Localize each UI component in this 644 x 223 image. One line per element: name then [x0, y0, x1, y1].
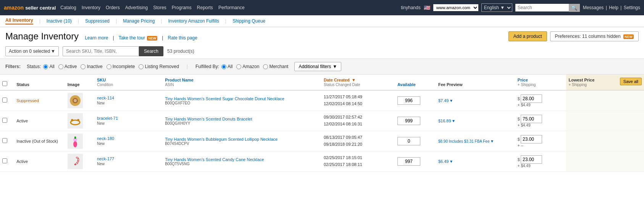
tab-inactive[interactable]: Inactive (10) [47, 18, 72, 24]
fulfilled-amazon-option[interactable]: Amazon [236, 64, 259, 69]
filters-label: Filters: [5, 64, 21, 69]
logo-amazon: amazon [4, 5, 24, 11]
top-search-input[interactable] [515, 4, 569, 11]
fee-arrow-icon: ▾ [450, 98, 452, 103]
status-active: Active [16, 119, 28, 123]
svg-point-6 [73, 141, 77, 147]
table-row: Active neck-177 New Tiny Hands Women's S… [0, 151, 644, 172]
product-name-link[interactable]: Tiny Hands Women's Scented Candy Cane Ne… [165, 157, 319, 162]
learn-more-link[interactable]: Learn more [85, 35, 108, 41]
row-checkbox[interactable] [2, 138, 7, 143]
nav-orders[interactable]: Orders [106, 5, 120, 10]
save-all-button[interactable]: Save all [620, 78, 642, 85]
row-sku-cell: neck-114 New [95, 90, 163, 111]
sku-link[interactable]: bracelet-71 [97, 116, 160, 120]
price-input[interactable] [521, 115, 542, 123]
condition-text: New [97, 101, 105, 105]
filters-bar: Filters: Status: All Active Inactive Inc… [0, 59, 644, 75]
tab-shipping-queue[interactable]: Shipping Queue [232, 18, 265, 24]
available-input[interactable] [397, 157, 420, 166]
row-image-cell [65, 151, 95, 172]
fulfilled-all-option[interactable]: All [221, 64, 232, 69]
svg-rect-8 [74, 137, 76, 139]
sku-link[interactable]: neck-177 [97, 156, 160, 161]
th-lowest-price: Lowest Price + Shipping Save all [566, 75, 644, 90]
price-input[interactable] [521, 94, 542, 103]
row-status-cell: Active [14, 151, 65, 172]
search-sku-button[interactable]: Search [139, 46, 163, 56]
additional-filters-button[interactable]: Additional filters ▼ [294, 62, 341, 71]
available-input[interactable] [397, 137, 420, 145]
flag-icon: 🇺🇸 [424, 5, 430, 11]
available-input[interactable] [397, 117, 420, 125]
sku-link[interactable]: neck-180 [97, 136, 160, 141]
status-suppressed[interactable]: Suppressed [16, 98, 39, 103]
product-count: 53 product(s) [167, 49, 194, 54]
th-price: Price + Shipping [515, 75, 567, 90]
row-price-cell: $ + $4.49 [515, 90, 567, 111]
status-radio-group: All Active Inactive Incomplete Listing R… [43, 64, 179, 69]
status-incomplete-option[interactable]: Incomplete [107, 64, 135, 69]
nav-inventory[interactable]: Inventory [82, 5, 100, 10]
nav-reports[interactable]: Reports [197, 5, 213, 10]
fulfilled-merchant-option[interactable]: Merchant [263, 64, 288, 69]
page-header: Manage Inventory Learn more | Take the t… [0, 27, 644, 44]
row-sku-cell: bracelet-71 New [95, 111, 163, 131]
tab-inventory-amazon-fulfills[interactable]: Inventory Amazon Fulfills [168, 18, 219, 24]
nav-stores[interactable]: Stores [153, 5, 166, 10]
nav-performance[interactable]: Performance [218, 5, 245, 10]
select-all-checkbox[interactable] [2, 81, 7, 86]
status-filter-group: Status: All Active Inactive Incomplete L… [27, 64, 179, 69]
status-all-option[interactable]: All [43, 64, 54, 69]
row-checkbox[interactable] [2, 118, 7, 123]
preferences-button[interactable]: Preferences: 11 columns hidden NEW [550, 31, 639, 41]
available-input[interactable] [397, 96, 420, 105]
table-header-row: Status Image SKU Condition Product Name … [0, 75, 644, 90]
product-name-link[interactable]: Tiny Hands Women's Scented Donuts Bracel… [165, 117, 319, 121]
row-sku-cell: neck-177 New [95, 151, 163, 172]
status-active-option[interactable]: Active [58, 64, 77, 69]
settings-link[interactable]: Settings [624, 5, 640, 10]
price-input[interactable] [521, 135, 542, 143]
th-sku: SKU Condition [95, 75, 163, 90]
row-date-cell: 11/27/2017 05:18:49 12/02/2014 08:14:50 [321, 90, 395, 111]
top-search-button[interactable]: 🔍 [569, 4, 580, 12]
language-selector[interactable]: English ▼ [481, 3, 512, 12]
product-name-link[interactable]: Tiny Hands Women's Scented Sugar Chocola… [165, 96, 319, 101]
nav-advertising[interactable]: Advertising [125, 5, 148, 10]
action-dropdown[interactable]: Action on 0 selected ▼ [5, 46, 59, 56]
row-checkbox[interactable] [2, 158, 7, 163]
tab-manage-pricing[interactable]: Manage Pricing [123, 18, 155, 24]
take-tour-link[interactable]: Take the tour NEW [119, 35, 158, 41]
status-inactive-option[interactable]: Inactive [81, 64, 102, 69]
page-header-right: Add a product Preferences: 11 columns hi… [508, 31, 639, 41]
nav-catalog[interactable]: Catalog [60, 5, 76, 10]
product-name-link[interactable]: Tiny Hands Women's Bubblegum Scented Lol… [165, 137, 319, 142]
logo-seller-central: seller central [25, 5, 56, 11]
tab-suppressed[interactable]: Suppressed [85, 18, 110, 24]
row-lowest-price-cell [566, 90, 644, 111]
sku-link[interactable]: neck-114 [97, 96, 160, 100]
add-product-button[interactable]: Add a product [508, 31, 547, 41]
page-header-links: Learn more | Take the tour NEW | Rate th… [85, 35, 197, 41]
messages-link[interactable]: Messages [583, 5, 604, 10]
th-fee-preview: Fee Preview [436, 75, 515, 90]
sub-navigation: All Inventory | Inactive (10) | Suppress… [0, 15, 644, 27]
price-input[interactable] [521, 155, 542, 164]
rate-page-link[interactable]: Rate this page [168, 35, 197, 41]
row-image-cell [65, 131, 95, 151]
row-sku-cell: neck-180 New [95, 131, 163, 151]
sort-arrow-icon: ▼ [352, 78, 356, 82]
th-date-created[interactable]: Date Created ▼ Status Changed Date [321, 75, 395, 90]
product-image [68, 113, 83, 129]
search-sku-input[interactable] [63, 46, 139, 56]
page-title: Manage Inventory [5, 31, 79, 42]
toolbar: Action on 0 selected ▼ Search 53 product… [0, 44, 644, 59]
domain-selector[interactable]: www.amazon.com [433, 4, 478, 11]
preferences-badge: NEW [623, 34, 634, 39]
status-listing-removed-option[interactable]: Listing Removed [139, 64, 179, 69]
tab-all-inventory[interactable]: All Inventory [5, 18, 33, 24]
help-link[interactable]: Help [609, 5, 618, 10]
row-checkbox[interactable] [2, 98, 7, 103]
nav-programs[interactable]: Programs [172, 5, 192, 10]
